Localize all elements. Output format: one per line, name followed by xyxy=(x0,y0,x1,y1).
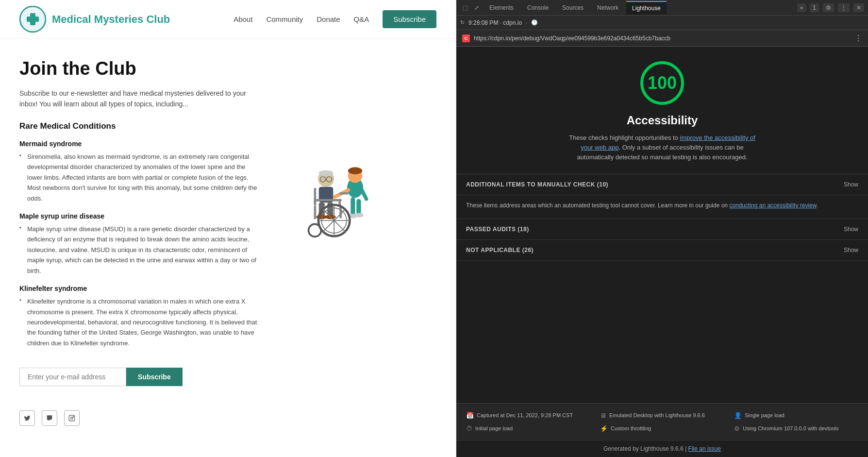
score-desc-before: These checks highlight opportunities to xyxy=(569,134,680,141)
throttling-text: Custom throttling xyxy=(611,424,651,433)
tab-sources[interactable]: Sources xyxy=(556,1,589,14)
condition-2-title: Maple syrup urine disease xyxy=(19,212,262,220)
devtools-panel: ⬚ ⤢ Elements Console Sources Network Lig… xyxy=(456,0,868,457)
condition-3-title: Klinefelter syndrome xyxy=(19,285,262,292)
footer-initial-load: ⏱ Initial page load xyxy=(466,424,590,433)
tab-overflow-btn[interactable]: » xyxy=(797,3,806,12)
accessibility-review-link[interactable]: conducting an accessibility review xyxy=(729,202,816,209)
chromium-icon: ⚙ xyxy=(734,425,740,432)
nav-community[interactable]: Community xyxy=(266,15,303,23)
svg-rect-8 xyxy=(356,199,361,215)
subscribe-form: Subscribe xyxy=(19,368,436,386)
devtools-tab-bar: ⬚ ⤢ Elements Console Sources Network Lig… xyxy=(456,0,868,16)
expand-icon[interactable]: ⤢ xyxy=(472,3,482,13)
audit-passed-label: PASSED AUDITS (18) xyxy=(466,226,529,233)
subscribe-button[interactable]: Subscribe xyxy=(126,368,183,386)
intro-text: Subscribe to our e-newsletter and have m… xyxy=(19,88,262,110)
nav-qa[interactable]: Q&A xyxy=(354,15,369,23)
person-icon: 👤 xyxy=(734,412,742,419)
svg-rect-37 xyxy=(69,416,75,422)
instagram-icon[interactable] xyxy=(64,410,80,426)
svg-rect-23 xyxy=(315,199,341,201)
footer-emulated: 🖥 Emulated Desktop with Lighthouse 9.6.6 xyxy=(600,411,724,420)
tab-console[interactable]: Console xyxy=(521,1,554,14)
subscribe-section: Subscribe xyxy=(0,368,456,410)
website-panel: Medical Mysteries Club About Community D… xyxy=(0,0,456,457)
text-section: Join the Club Subscribe to our e-newslet… xyxy=(19,58,262,348)
condition-2-desc: Maple syrup urine disease (MSUD) is a ra… xyxy=(19,224,262,276)
url-menu-btn[interactable]: ⋮ xyxy=(854,34,862,43)
conditions-title: Rare Medical Conditions xyxy=(19,121,262,131)
score-section: 100 Accessibility These checks highlight… xyxy=(456,47,868,174)
svg-line-12 xyxy=(362,190,366,199)
svg-rect-25 xyxy=(314,199,317,205)
emulated-text: Emulated Desktop with Lighthouse 9.6.6 xyxy=(609,411,705,420)
svg-point-10 xyxy=(355,213,364,217)
reload-btn[interactable]: ↻ xyxy=(460,19,465,26)
main-content: Join the Club Subscribe to our e-newslet… xyxy=(0,39,456,368)
footer-captured: 📅 Captured at Dec 11, 2022, 9:28 PM CST xyxy=(466,411,590,420)
social-icons xyxy=(0,410,456,426)
audit-na-show-btn[interactable]: Show xyxy=(844,247,858,254)
score-label: Accessibility xyxy=(627,114,698,127)
logo-icon xyxy=(19,6,46,33)
devtools-generated: Generated by Lighthouse 9.6.6 | File an … xyxy=(456,440,868,457)
condition-1-desc: Sirenomelia, also known as mermaid syndr… xyxy=(19,152,262,203)
tab-counter-btn[interactable]: 1 xyxy=(810,3,819,12)
footer-chromium: ⚙ Using Chromium 107.0.0.0 with devtools xyxy=(734,424,858,433)
wheelchair-illustration xyxy=(277,145,393,262)
nav-donate[interactable]: Donate xyxy=(317,15,340,23)
navigation: Medical Mysteries Club About Community D… xyxy=(0,0,456,39)
settings-icon[interactable]: ⚙ xyxy=(823,3,834,12)
score-number: 100 xyxy=(648,73,677,93)
tab-network[interactable]: Network xyxy=(591,1,624,14)
twitter-icon[interactable] xyxy=(19,410,35,426)
nav-links: About Community Donate Q&A Subscribe xyxy=(234,15,436,24)
clock-footer-icon: ⏱ xyxy=(466,425,472,432)
generated-text: Generated by Lighthouse 9.6.6 | xyxy=(603,445,688,452)
single-page-text: Single page load xyxy=(745,411,785,420)
nav-subscribe-button[interactable]: Subscribe xyxy=(383,10,436,28)
nav-about[interactable]: About xyxy=(234,15,252,23)
manual-desc-text: These items address areas which an autom… xyxy=(466,202,729,209)
condition-3-desc: Klinefelter syndrome is a chromosomal va… xyxy=(19,296,262,348)
cursor-icon[interactable]: ⬚ xyxy=(460,3,470,13)
more-btn[interactable]: ⋮ xyxy=(838,3,850,12)
audit-manual-check-row[interactable]: ADDITIONAL ITEMS TO MANUALLY CHECK (10) … xyxy=(456,174,868,195)
email-input[interactable] xyxy=(19,368,126,386)
initial-load-text: Initial page load xyxy=(475,424,513,433)
audit-na-row[interactable]: NOT APPLICABLE (26) Show xyxy=(456,240,868,261)
url-text: https://cdpn.io/pen/debug/VwdOaqp/ee0945… xyxy=(474,35,851,42)
devtools-url-bar: ↻ 9:28:08 PM · cdpn.io · 🕐 xyxy=(456,16,868,30)
footer-throttling: ⚡ Custom throttling xyxy=(600,424,724,433)
svg-rect-2 xyxy=(27,17,39,22)
close-devtools-btn[interactable]: ✕ xyxy=(853,3,864,12)
clock-icon[interactable]: 🕐 xyxy=(531,19,538,26)
svg-point-6 xyxy=(348,167,363,174)
file-issue-link[interactable]: File an issue xyxy=(688,445,721,452)
twitch-icon[interactable] xyxy=(42,410,57,426)
audit-passed-show-btn[interactable]: Show xyxy=(844,226,858,233)
tab-elements[interactable]: Elements xyxy=(484,1,519,14)
chromium-text: Using Chromium 107.0.0.0 with devtools xyxy=(743,424,838,433)
condition-1-title: Mermaid syndrome xyxy=(19,140,262,148)
svg-point-39 xyxy=(73,417,74,417)
score-circle: 100 xyxy=(640,61,684,105)
page-title: Join the Club xyxy=(19,58,262,79)
svg-rect-27 xyxy=(314,205,317,219)
tab-lighthouse[interactable]: Lighthouse xyxy=(626,1,667,15)
devtools-url-display: C https://cdpn.io/pen/debug/VwdOaqp/ee09… xyxy=(456,30,868,47)
audit-manual-check-label: ADDITIONAL ITEMS TO MANUALLY CHECK (10) xyxy=(466,181,608,188)
audit-na-label: NOT APPLICABLE (26) xyxy=(466,247,534,254)
audit-manual-show-btn[interactable]: Show xyxy=(844,181,858,188)
svg-point-38 xyxy=(71,417,73,420)
svg-point-14 xyxy=(319,170,334,175)
monitor-icon: 🖥 xyxy=(600,412,606,419)
audit-passed-row[interactable]: PASSED AUDITS (18) Show xyxy=(456,219,868,240)
footer-single-page: 👤 Single page load xyxy=(734,411,858,420)
gauge-icon: ⚡ xyxy=(600,425,608,432)
url-favicon: C xyxy=(462,34,470,42)
captured-text: Captured at Dec 11, 2022, 9:28 PM CST xyxy=(477,411,573,420)
logo[interactable]: Medical Mysteries Club xyxy=(19,6,170,33)
audit-sections: ADDITIONAL ITEMS TO MANUALLY CHECK (10) … xyxy=(456,174,868,403)
